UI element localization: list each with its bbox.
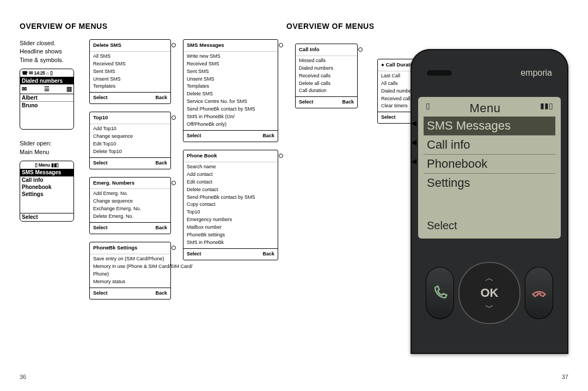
softkey-back: Back bbox=[262, 132, 274, 140]
screen-title: Menu bbox=[469, 101, 500, 115]
menu-item: All SMS bbox=[93, 53, 167, 60]
hangup-icon bbox=[531, 285, 547, 301]
mini-screen-closed: ☎ ✉ 14:25 ⌂ ▯ Dialed numbers ✉☰▥ Albert … bbox=[20, 69, 74, 130]
softkey-select: Select bbox=[299, 99, 314, 106]
menu-item: Phone) bbox=[93, 271, 167, 278]
softkey-select: Select bbox=[187, 132, 201, 140]
menu-item: Top10 bbox=[187, 209, 274, 216]
menu-item: Save entry on (SIM Card/Phone) bbox=[93, 255, 167, 263]
softkey-back: Back bbox=[262, 251, 274, 258]
menu-item: Memory in use (Phone & SIM Card/SIM Card… bbox=[93, 263, 167, 271]
menu-item: Call duration bbox=[299, 87, 354, 95]
phone-softkey-select[interactable]: Select bbox=[424, 217, 555, 234]
mini-closed-header: Dialed numbers bbox=[20, 77, 74, 84]
end-call-button[interactable] bbox=[525, 267, 553, 319]
phone-menu-item-phonebook[interactable]: Phonebook bbox=[424, 155, 555, 174]
menu-item: Received SMS bbox=[187, 60, 274, 68]
menu-item: Mailbox number bbox=[187, 224, 274, 231]
menu-item: Add Top10 bbox=[93, 125, 167, 133]
menu-item: Memory status bbox=[93, 278, 167, 286]
menu-item: Search name bbox=[187, 163, 274, 171]
page-number-right: 37 bbox=[562, 374, 568, 380]
menu-item: Off/PhoneBk only) bbox=[187, 121, 274, 129]
menu-top10-title: Top10 bbox=[93, 114, 108, 120]
menu-item: Edit Top10 bbox=[93, 140, 167, 148]
menu-sms-title: SMS Messages bbox=[187, 42, 224, 48]
menu-item: Service Centre No. for SMS bbox=[187, 98, 274, 106]
menu-item: Delete SMS bbox=[187, 90, 274, 98]
mini-open-row-0: Call info bbox=[20, 176, 74, 184]
softkey-back: Back bbox=[155, 290, 167, 297]
phone-handset-icon bbox=[432, 285, 448, 301]
menu-item: Edit contact bbox=[187, 179, 274, 186]
ok-button[interactable]: OK bbox=[481, 283, 499, 303]
phone-menu-item-settings[interactable]: Settings bbox=[424, 174, 555, 192]
mini-closed-row-0: Albert bbox=[20, 94, 74, 101]
menu-item: Delete all calls bbox=[299, 80, 354, 88]
menu-phonebook: Phone Book Search name Add contact Edit … bbox=[183, 150, 278, 260]
menu-item: SMS in PhoneBk bbox=[187, 239, 274, 247]
chevron-up-icon[interactable]: ︿ bbox=[485, 274, 494, 283]
page-number-left: 36 bbox=[20, 374, 26, 380]
softkey-select: Select bbox=[93, 224, 108, 232]
mini-closed-status: ☎ ✉ 14:25 ⌂ ▯ bbox=[20, 69, 74, 77]
menu-emerg-title: Emerg. Numbers bbox=[93, 180, 134, 186]
brand-label: emporia bbox=[520, 68, 552, 78]
menu-item: Sent SMS bbox=[93, 68, 167, 76]
mini-open-soft: Select bbox=[20, 213, 74, 221]
call-button[interactable] bbox=[426, 267, 454, 319]
nav-wheel[interactable]: ︿ OK ﹀ bbox=[458, 262, 520, 324]
page-title-left: OVERVIEW OF MENUS bbox=[20, 22, 286, 30]
softkey-select: Select bbox=[187, 251, 201, 258]
menu-item: Received SMS bbox=[93, 60, 167, 68]
menu-item: Delete Top10 bbox=[93, 148, 167, 156]
softkey-back: Back bbox=[155, 94, 167, 102]
battery-icon: ▯ bbox=[426, 101, 430, 115]
menu-item: Send PhoneBk contact by SMS bbox=[187, 106, 274, 113]
pointer-icon bbox=[412, 159, 416, 164]
caption-open: Slider open: Main Menu bbox=[20, 139, 77, 156]
menu-callinfo: Call Info Missed calls Dialed numbers Re… bbox=[295, 44, 358, 108]
menu-item: PhoneBk settings bbox=[187, 231, 274, 239]
mini-closed-iconbar: ✉☰▥ bbox=[20, 84, 74, 94]
pointer-icon bbox=[412, 140, 416, 145]
softkey-select: Select bbox=[381, 114, 396, 121]
menu-delete-sms: Delete SMS All SMS Received SMS Sent SMS… bbox=[89, 39, 171, 104]
menu-sms: SMS Messages Write new SMS Received SMS … bbox=[183, 39, 278, 142]
menu-delete-sms-title: Delete SMS bbox=[93, 42, 121, 48]
menu-callinfo-title: Call Info bbox=[299, 46, 319, 52]
caption-closed: Slider closed. Headline shows Time & sym… bbox=[20, 39, 77, 64]
menu-item: Add contact bbox=[187, 171, 274, 179]
menu-item: Received calls bbox=[299, 72, 354, 80]
menu-emerg: Emerg. Numbers Add Emerg. No. Change seq… bbox=[89, 177, 171, 234]
mini-open-row-2: Settings bbox=[20, 191, 74, 198]
speaker-icon bbox=[427, 70, 452, 76]
menu-item: SMS in PhoneBk (On/ bbox=[187, 113, 274, 121]
softkey-select: Select bbox=[93, 94, 108, 102]
menu-item: Unsent SMS bbox=[93, 76, 167, 83]
phone-device: emporia ▯ Menu ▮▮▯ SMS Messages Call inf… bbox=[411, 49, 568, 354]
menu-pbset-title: PhoneBk Settings bbox=[93, 245, 137, 251]
chevron-down-icon[interactable]: ﹀ bbox=[485, 303, 494, 312]
phone-menu-item-callinfo[interactable]: Call info bbox=[424, 136, 555, 155]
menu-item: Change sequence bbox=[93, 198, 167, 205]
phone-menu-item-sms[interactable]: SMS Messages bbox=[424, 117, 555, 136]
menu-item: Sent SMS bbox=[187, 68, 274, 76]
menu-top10: Top10 Add Top10 Change sequence Edit Top… bbox=[89, 112, 171, 169]
mini-open-row-1: Phonebook bbox=[20, 184, 74, 191]
page-title-right: OVERVIEW OF MENUS bbox=[286, 22, 568, 30]
bullet-icon: ● bbox=[381, 62, 384, 68]
menu-item: Delete Emerg. No. bbox=[93, 213, 167, 221]
menu-pbset: PhoneBk Settings Save entry on (SIM Card… bbox=[89, 242, 171, 299]
menu-item: Exchange Emerg. No. bbox=[93, 205, 167, 213]
signal-icon: ▮▮▯ bbox=[540, 101, 553, 115]
menu-item: Dialed numbers bbox=[299, 65, 354, 72]
softkey-select: Select bbox=[93, 160, 108, 167]
menu-item: Write new SMS bbox=[187, 53, 274, 60]
menu-item: Copy contact bbox=[187, 201, 274, 209]
softkey-back: Back bbox=[155, 160, 167, 167]
menu-item: Change sequence bbox=[93, 133, 167, 140]
softkey-back: Back bbox=[155, 224, 167, 232]
softkey-back: Back bbox=[342, 99, 354, 106]
menu-item: Add Emerg. No. bbox=[93, 190, 167, 198]
